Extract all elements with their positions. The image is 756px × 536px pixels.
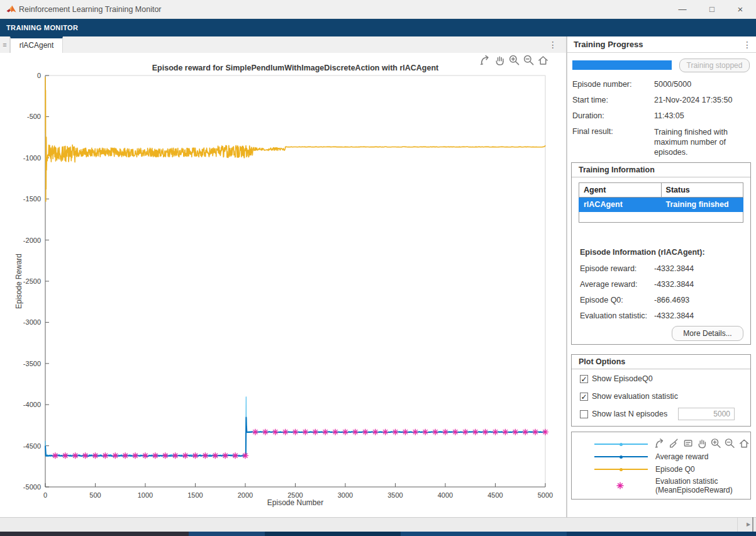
axes-toolbar bbox=[479, 54, 549, 66]
average-reward-value: -4332.3844 bbox=[654, 280, 694, 289]
zoom-in-icon[interactable] bbox=[710, 437, 721, 449]
expand-panel-icon[interactable]: ▶ bbox=[745, 517, 753, 532]
app-window: Reinforcement Learning Training Monitor … bbox=[0, 0, 756, 536]
n-episodes-input[interactable]: 5000 bbox=[678, 408, 735, 420]
document-tabstrip bbox=[0, 36, 566, 53]
svg-text:-1500: -1500 bbox=[23, 195, 41, 203]
legend-line-episode-reward[interactable] bbox=[594, 444, 648, 445]
svg-text:-500: -500 bbox=[27, 113, 41, 120]
chart-xlabel: Episode Number bbox=[45, 498, 545, 507]
final-result-value: Training finished with maximum number of… bbox=[654, 127, 750, 157]
show-episodeq0-checkbox[interactable]: ✓ bbox=[580, 375, 588, 383]
zoom-out-icon[interactable] bbox=[724, 437, 735, 449]
duration-label: Duration: bbox=[572, 111, 604, 120]
legend-axes-toolbar bbox=[654, 435, 750, 450]
training-progress-bar bbox=[572, 60, 672, 70]
training-progress-header: Training Progress bbox=[567, 36, 756, 53]
agents-table: Agent Status rlACAgent Training finished bbox=[579, 182, 743, 223]
matlab-logo-icon bbox=[6, 5, 16, 14]
zoom-in-icon[interactable] bbox=[508, 54, 520, 66]
export-icon[interactable] bbox=[479, 54, 491, 66]
svg-text:0: 0 bbox=[37, 72, 41, 79]
episode-information-title: Episode Information (rlACAgent): bbox=[580, 248, 705, 257]
table-row[interactable]: rlACAgent Training finished bbox=[579, 198, 743, 212]
episode-reward-chart[interactable]: 0500100015002000250030003500400045005000… bbox=[0, 53, 566, 517]
brush-icon[interactable] bbox=[668, 437, 679, 449]
episode-number-value: 5000/5000 bbox=[654, 80, 691, 89]
export-icon[interactable] bbox=[654, 437, 665, 449]
window-title: Reinforcement Learning Training Monitor bbox=[19, 0, 162, 19]
legend-line-average-reward[interactable] bbox=[594, 456, 648, 457]
training-stopped-button[interactable]: Training stopped bbox=[679, 59, 750, 72]
training-progress-menu-icon[interactable]: ⋮ bbox=[742, 36, 752, 53]
taskbar-strip bbox=[0, 532, 756, 536]
agent-cell[interactable]: rlACAgent bbox=[579, 198, 662, 212]
minimize-button[interactable]: — bbox=[670, 0, 694, 19]
show-last-n-episodes-label: Show last N episodes bbox=[592, 410, 667, 418]
document-panel-menu-icon[interactable]: ⋮ bbox=[548, 36, 558, 53]
home-icon[interactable] bbox=[738, 437, 750, 449]
duration-value: 11:43:05 bbox=[654, 111, 684, 120]
more-details-button[interactable]: More Details... bbox=[672, 326, 743, 341]
legend-label-evaluation-statistic[interactable]: Evaluation statistic (MeanEpisodeReward) bbox=[655, 477, 743, 494]
evaluation-statistic-label: Evaluation statistic: bbox=[580, 311, 647, 320]
chart-ylabel: Episode Reward bbox=[14, 254, 23, 309]
svg-text:-4000: -4000 bbox=[23, 401, 41, 408]
tabstrip-handle-icon[interactable]: ≡ bbox=[0, 36, 10, 53]
window-titlebar: Reinforcement Learning Training Monitor … bbox=[0, 0, 756, 19]
episode-reward-value: -4332.3844 bbox=[654, 264, 694, 273]
table-empty-row bbox=[579, 212, 743, 223]
svg-text:-1000: -1000 bbox=[23, 154, 41, 162]
status-bar-divider bbox=[737, 518, 738, 532]
plot-options-title: Plot Options bbox=[572, 355, 750, 369]
training-progress-title: Training Progress bbox=[574, 36, 643, 53]
svg-text:-2000: -2000 bbox=[23, 237, 41, 244]
ribbon-tab-training-monitor[interactable]: TRAINING MONITOR bbox=[6, 19, 78, 36]
show-episodeq0-label: Show EpisodeQ0 bbox=[592, 374, 653, 383]
tab-rlacagent[interactable]: rlACAgent bbox=[10, 36, 63, 53]
pan-icon[interactable] bbox=[696, 437, 708, 449]
episode-reward-label: Episode reward: bbox=[580, 264, 636, 273]
status-cell[interactable]: Training finished bbox=[661, 198, 743, 212]
show-evaluation-statistic-label: Show evaluation statistic bbox=[592, 392, 678, 401]
show-last-n-episodes-checkbox[interactable] bbox=[580, 410, 588, 418]
start-time-value: 21-Nov-2024 17:35:50 bbox=[654, 96, 732, 104]
svg-text:-2500: -2500 bbox=[23, 277, 41, 285]
episode-number-label: Episode number: bbox=[572, 80, 632, 89]
zoom-out-icon[interactable] bbox=[523, 54, 535, 66]
legend-line-episode-q0[interactable] bbox=[594, 469, 648, 470]
agent-column-header: Agent bbox=[579, 183, 662, 198]
chart-title: Episode reward for SimplePendlumWithImag… bbox=[45, 64, 545, 72]
ribbon-bar: TRAINING MONITOR bbox=[0, 19, 756, 36]
svg-text:-3500: -3500 bbox=[23, 360, 41, 367]
final-result-label: Final result: bbox=[572, 127, 613, 136]
svg-text:-3000: -3000 bbox=[23, 318, 41, 326]
svg-text:-5000: -5000 bbox=[23, 483, 41, 491]
average-reward-label: Average reward: bbox=[580, 280, 638, 289]
home-icon[interactable] bbox=[537, 54, 549, 66]
evaluation-statistic-value: -4332.3844 bbox=[654, 311, 694, 320]
pan-icon[interactable] bbox=[494, 54, 506, 66]
start-time-label: Start time: bbox=[572, 96, 608, 104]
episode-q0-label: Episode Q0: bbox=[580, 296, 623, 304]
close-button[interactable]: × bbox=[728, 0, 752, 19]
legend-asterisk-marker[interactable] bbox=[615, 481, 625, 491]
status-column-header: Status bbox=[661, 183, 743, 198]
status-bar bbox=[0, 517, 756, 532]
agents-table-header: Agent Status bbox=[579, 183, 743, 198]
datatip-icon[interactable] bbox=[682, 437, 694, 449]
legend-label-episode-q0[interactable]: Episode Q0 bbox=[655, 465, 695, 474]
training-information-title: Training Information bbox=[572, 163, 750, 177]
legend-label-average-reward[interactable]: Average reward bbox=[655, 452, 709, 461]
svg-text:-4500: -4500 bbox=[23, 442, 41, 450]
show-evaluation-statistic-checkbox[interactable]: ✓ bbox=[580, 393, 588, 401]
chart-panel: 0500100015002000250030003500400045005000… bbox=[0, 53, 566, 517]
maximize-button[interactable]: □ bbox=[700, 0, 724, 19]
episode-q0-value: -866.4693 bbox=[654, 296, 689, 304]
